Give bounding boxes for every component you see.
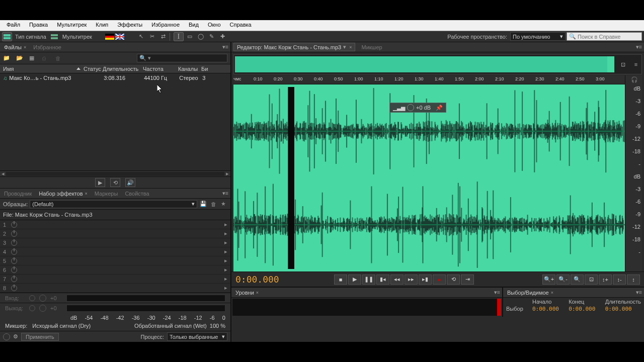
zoom-out-icon[interactable]: 🔍- — [556, 275, 570, 285]
heal-tool-icon[interactable]: ✚ — [218, 32, 228, 41]
chevron-right-icon[interactable]: ▸ — [224, 230, 227, 237]
power-icon[interactable] — [11, 258, 17, 264]
rewind-button[interactable]: ◂◂ — [390, 275, 404, 285]
zoom-in-icon[interactable]: 🔍+ — [542, 275, 555, 285]
tab-explorer[interactable]: Проводник — [2, 190, 34, 198]
help-search[interactable]: 🔍 — [567, 32, 642, 41]
power-icon[interactable] — [11, 240, 17, 246]
power-icon[interactable] — [29, 305, 35, 311]
play-preview-button[interactable]: ▶ — [95, 178, 105, 187]
col-freq[interactable]: Частота — [143, 66, 178, 72]
overview-bar[interactable]: ⊡ ≡ — [233, 54, 642, 74]
menu-effects[interactable]: Эффекты — [113, 20, 147, 31]
power-icon[interactable] — [11, 285, 17, 291]
col-channels[interactable]: Каналы — [178, 66, 201, 72]
skip-selection-button[interactable]: ⇥ — [461, 275, 474, 285]
chevron-right-icon[interactable]: ▸ — [224, 257, 227, 264]
zoom-reset-v-icon[interactable]: ↕ — [627, 275, 640, 285]
autoplay-button[interactable]: 🔊 — [125, 178, 135, 187]
col-name[interactable]: Имя — [3, 66, 84, 72]
slip-tool-icon[interactable]: ⇄ — [158, 32, 169, 41]
go-start-button[interactable]: ▮◂ — [376, 275, 389, 285]
panel-menu-icon[interactable]: ▾≡ — [494, 289, 500, 296]
save-preset-icon[interactable]: 💾 — [199, 201, 207, 207]
loop-preview-button[interactable]: ⟲ — [110, 178, 120, 187]
tab-favorites[interactable]: Избранное — [31, 43, 63, 51]
overview-waveform[interactable] — [235, 56, 614, 72]
forward-button[interactable]: ▸▸ — [405, 275, 418, 285]
files-search[interactable]: 🔍▾ — [137, 54, 227, 62]
panel-menu-icon[interactable]: ▾≡ — [222, 44, 228, 50]
apply-button[interactable]: Применить — [21, 333, 59, 341]
close-icon[interactable]: × — [349, 45, 352, 50]
trash-icon[interactable]: 🗑 — [55, 55, 63, 61]
waveform-display[interactable]: ▁▃▅ +0 dB 📌 — [233, 84, 625, 272]
gain-knob[interactable] — [407, 104, 414, 111]
waveform-view-button[interactable] — [2, 32, 12, 41]
import-icon[interactable]: 📂 — [16, 55, 24, 61]
menu-view[interactable]: Вид — [184, 20, 203, 31]
fx-slot[interactable]: 3▸ — [0, 238, 230, 247]
zoom-fit-icon[interactable]: ⊡ — [617, 59, 628, 70]
process-dropdown[interactable]: Только выбранные▾ — [167, 332, 227, 341]
chevron-right-icon[interactable]: ▸ — [224, 239, 227, 246]
zoom-in-v-icon[interactable]: ↕+ — [599, 275, 612, 285]
menu-help[interactable]: Справка — [225, 20, 256, 31]
gain-hud[interactable]: ▁▃▅ +0 dB 📌 — [389, 103, 446, 113]
power-icon[interactable] — [29, 295, 35, 301]
tab-markers[interactable]: Маркеры — [93, 190, 120, 198]
tab-files[interactable]: Файлы× — [2, 43, 28, 51]
menu-edit[interactable]: Правка — [25, 20, 52, 31]
close-icon[interactable]: × — [24, 45, 26, 50]
close-icon[interactable]: × — [85, 191, 88, 196]
output-knob[interactable] — [39, 305, 46, 312]
tab-editor[interactable]: Редактор: Макс Корж Стань - Стань.mp3▾× — [233, 43, 355, 51]
panel-menu-icon[interactable]: ▾≡ — [222, 190, 228, 197]
menu-multitrack[interactable]: Мультитрек — [52, 20, 91, 31]
fx-slot[interactable]: 6▸ — [0, 265, 230, 275]
preset-dropdown[interactable]: (Default)▾ — [30, 200, 197, 208]
brush-tool-icon[interactable]: ✎ — [207, 32, 217, 41]
move-tool-icon[interactable]: ↖ — [136, 32, 146, 41]
help-search-input[interactable] — [578, 34, 639, 40]
fx-slot[interactable]: 4▸ — [0, 247, 230, 256]
col-duration[interactable]: Длительность — [103, 66, 143, 72]
razor-tool-icon[interactable]: ✂ — [147, 32, 157, 41]
tab-effects-rack[interactable]: Набор эффектов× — [37, 190, 90, 198]
zoom-sel-icon[interactable]: ⊡ — [585, 275, 598, 285]
tab-selection[interactable]: Выбор/Видимое× — [505, 289, 555, 297]
insert-icon[interactable]: ⎙ — [42, 55, 50, 61]
delete-preset-icon[interactable]: 🗑 — [209, 201, 217, 207]
clip-indicator[interactable] — [497, 299, 501, 316]
record-button[interactable]: ● — [433, 275, 446, 285]
timecode-display[interactable]: 0:00.000 — [235, 274, 326, 285]
headphones-icon[interactable]: 🎧 — [631, 76, 638, 83]
chevron-right-icon[interactable]: ▸ — [224, 266, 227, 273]
menu-favorites[interactable]: Избранное — [147, 20, 184, 31]
sel-start[interactable]: 0:00.000 — [532, 306, 568, 312]
time-ruler[interactable]: чмс0:100:200:300:400:501:001:101:201:301… — [233, 75, 625, 84]
marquee-tool-icon[interactable]: ▭ — [185, 32, 195, 41]
fx-slot[interactable]: 8▸ — [0, 284, 230, 293]
sel-end[interactable]: 0:00.000 — [569, 306, 604, 312]
panel-menu-icon[interactable]: ▾≡ — [636, 289, 642, 296]
play-button[interactable]: ▶ — [348, 275, 361, 285]
pause-button[interactable]: ❚❚ — [362, 275, 375, 285]
panel-menu-icon[interactable]: ▾≡ — [636, 44, 642, 50]
workspace-dropdown[interactable]: По умолчанию▾ — [510, 32, 566, 41]
menu-window[interactable]: Окно — [203, 20, 225, 31]
chevron-right-icon[interactable]: ▸ — [224, 276, 227, 282]
waveform-editor[interactable]: чмс0:100:200:300:400:501:001:101:201:301… — [233, 75, 642, 272]
new-file-icon[interactable]: ▦ — [29, 55, 37, 61]
tab-mixer[interactable]: Микшер — [359, 43, 384, 51]
chevron-right-icon[interactable]: ▸ — [224, 248, 227, 255]
tab-levels[interactable]: Уровни× — [233, 289, 261, 297]
tab-properties[interactable]: Свойства — [123, 190, 151, 198]
sel-dur[interactable]: 0:00.000 — [605, 306, 641, 312]
rack-power-icon[interactable] — [3, 333, 10, 340]
menu-clip[interactable]: Клип — [91, 20, 113, 31]
fx-slot[interactable]: 1▸ — [0, 220, 230, 229]
chevron-down-icon[interactable]: ▾ — [343, 44, 346, 50]
file-row[interactable]: ♫ Макс Ко…ь - Стань.mp3 3:08.316 44100 Г… — [0, 73, 230, 82]
stop-button[interactable]: ■ — [334, 275, 347, 285]
